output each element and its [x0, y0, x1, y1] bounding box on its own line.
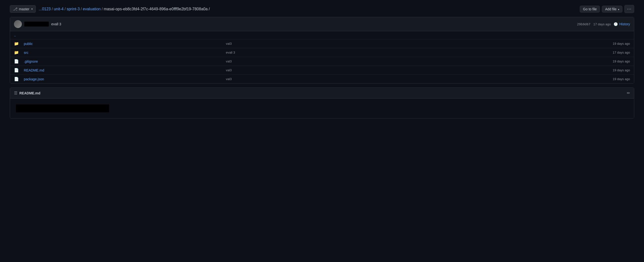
avatar: [14, 20, 22, 28]
file-date-readme: 19 days ago: [529, 68, 630, 72]
file-date-public: 19 days ago: [529, 42, 630, 46]
table-row[interactable]: 📁 public val3 19 days ago: [10, 39, 634, 48]
top-bar: ⎇ master ▾ ...0123 / unit-4 / sprint-3 /…: [10, 5, 634, 13]
file-name-public[interactable]: public: [24, 42, 226, 46]
readme-list-icon: ☰: [14, 91, 18, 95]
breadcrumb-sep-2: /: [81, 7, 82, 11]
avatar-image: [14, 20, 22, 28]
file-icon: 📄: [14, 77, 24, 81]
readme-container: ☰ README.md ✏: [10, 87, 634, 118]
breadcrumb-current: masai-ops-eb8c3fd4-2f7c-4649-896a-e0fff9…: [104, 7, 210, 11]
branch-icon: ⎇: [13, 7, 18, 11]
table-row[interactable]: 📄 package.json val3 19 days ago: [10, 75, 634, 83]
commit-message: evall 3: [51, 22, 61, 26]
readme-header: ☰ README.md ✏: [10, 88, 634, 98]
branch-name: master: [19, 7, 30, 11]
add-file-caret-icon: ▾: [618, 8, 619, 11]
commit-right: 29b9d67 17 days ago 🕐 History: [577, 22, 630, 26]
file-commit-package-json: val3: [226, 77, 529, 81]
commit-left: evall 3: [14, 20, 61, 28]
file-commit-gitignore: val3: [226, 59, 529, 63]
breadcrumb-link-2[interactable]: sprint-3: [67, 7, 80, 11]
commit-header: evall 3 29b9d67 17 days ago 🕐 History: [10, 17, 634, 31]
file-name-gitignore[interactable]: .gitignore: [24, 59, 226, 63]
readme-edit-icon[interactable]: ✏: [627, 91, 630, 95]
file-commit-readme: val3: [226, 68, 529, 72]
file-commit-public: val3: [226, 42, 529, 46]
readme-content-redacted: [16, 104, 109, 112]
breadcrumb-section: ⎇ master ▾ ...0123 / unit-4 / sprint-3 /…: [10, 5, 576, 13]
add-file-label: Add file: [605, 7, 616, 11]
table-row[interactable]: 📄 .gitignore val3 19 days ago: [10, 57, 634, 66]
file-icon: 📄: [14, 68, 24, 72]
history-button[interactable]: 🕐 History: [614, 22, 630, 26]
parent-directory-row[interactable]: ..: [10, 31, 634, 39]
table-row[interactable]: 📄 README.md val3 19 days ago: [10, 66, 634, 75]
folder-icon: 📁: [14, 50, 24, 55]
file-icon: 📄: [14, 59, 24, 64]
history-label: History: [619, 22, 630, 26]
readme-body: [10, 98, 634, 118]
breadcrumb-sep-3: /: [102, 7, 102, 11]
add-file-button[interactable]: Add file ▾: [602, 6, 622, 13]
file-name-src[interactable]: src: [24, 51, 226, 55]
file-name-readme[interactable]: README.md: [24, 68, 226, 72]
readme-title: README.md: [19, 91, 40, 95]
breadcrumb: ...0123 / unit-4 / sprint-3 / evaluation…: [39, 7, 210, 11]
folder-icon: 📁: [14, 41, 24, 46]
parent-directory-link[interactable]: ..: [14, 33, 16, 37]
file-name-package-json[interactable]: package.json: [24, 77, 226, 81]
file-table-container: evall 3 29b9d67 17 days ago 🕐 History ..…: [10, 17, 634, 84]
breadcrumb-link-0[interactable]: ...0123: [39, 7, 51, 11]
file-date-gitignore: 19 days ago: [529, 59, 630, 63]
more-options-button[interactable]: ···: [624, 5, 634, 13]
commit-time: 17 days ago: [594, 22, 611, 26]
go-to-file-button[interactable]: Go to file: [580, 6, 600, 13]
file-date-package-json: 19 days ago: [529, 77, 630, 81]
breadcrumb-sep-1: /: [64, 7, 66, 11]
breadcrumb-link-3[interactable]: evaluation: [83, 7, 100, 11]
commit-hash[interactable]: 29b9d67: [577, 22, 590, 26]
history-clock-icon: 🕐: [614, 22, 618, 26]
file-date-src: 17 days ago: [529, 51, 630, 54]
branch-selector[interactable]: ⎇ master ▾: [10, 5, 36, 13]
breadcrumb-link-1[interactable]: unit-4: [54, 7, 64, 11]
table-row[interactable]: 📁 src evall 3 17 days ago: [10, 48, 634, 57]
readme-title-left: ☰ README.md: [14, 91, 40, 95]
file-commit-src: evall 3: [226, 51, 529, 54]
top-actions: Go to file Add file ▾ ···: [580, 5, 634, 13]
username-redacted: [24, 22, 49, 27]
breadcrumb-sep-0: /: [52, 7, 53, 11]
branch-dropdown-icon: ▾: [32, 8, 32, 10]
